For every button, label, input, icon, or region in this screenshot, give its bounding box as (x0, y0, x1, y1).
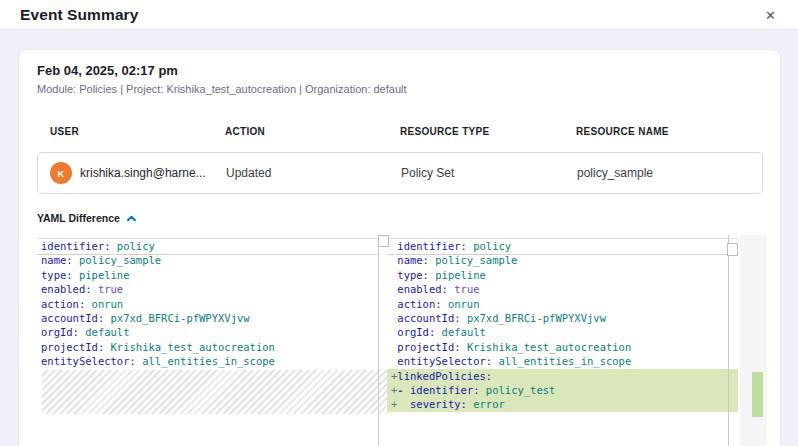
chevron-up-icon[interactable] (126, 214, 137, 223)
yaml-difference-toggle[interactable]: YAML Difference (37, 212, 137, 224)
diff-pane-modified: identifier: policy name: policy_sample t… (387, 235, 738, 446)
resource-name-value: policy_sample (577, 153, 653, 193)
table-row: K krishika.singh@harne... Updated Policy… (37, 152, 763, 194)
col-header-action: ACTION (225, 126, 265, 137)
diff-line: orgId: default (387, 325, 738, 339)
right-scrollbar-track-line (728, 235, 729, 446)
minimap-added-marker (752, 372, 763, 417)
diff-line: accountId: px7xd_BFRCi-pfWPYXVjvw (387, 311, 738, 325)
diff-line: action: onrun (37, 297, 378, 311)
event-timestamp: Feb 04, 2025, 02:17 pm (37, 63, 178, 78)
col-header-resource-type: RESOURCE TYPE (400, 126, 489, 137)
yaml-diff-viewer: identifier: policyname: policy_sampletyp… (37, 235, 767, 446)
right-scrollbar-thumb[interactable] (727, 243, 738, 256)
diff-pane-original: identifier: policyname: policy_sampletyp… (37, 235, 378, 446)
diff-line: +- identifier: policy_test (387, 383, 738, 397)
event-meta: Module: Policies | Project: Krishika_tes… (37, 83, 407, 95)
diff-empty-hatch-region (42, 370, 387, 414)
diff-line: orgId: default (37, 325, 378, 339)
close-icon[interactable]: ✕ (765, 8, 776, 21)
diff-line: accountId: px7xd_BFRCi-pfWPYXVjvw (37, 311, 378, 325)
col-header-user: USER (50, 126, 79, 137)
yaml-difference-label: YAML Difference (37, 212, 120, 224)
diff-line: entitySelector: all_entities_in_scope (387, 354, 738, 368)
left-scrollbar-thumb[interactable] (378, 235, 389, 247)
diff-line: identifier: policy (37, 239, 378, 253)
diff-line: + severity: error (387, 397, 738, 411)
col-header-resource-name: RESOURCE NAME (576, 126, 669, 137)
page-title: Event Summary (20, 6, 138, 24)
diff-line: identifier: policy (387, 239, 738, 253)
modal-header: Event Summary ✕ (0, 0, 798, 30)
diff-line: name: policy_sample (387, 253, 738, 267)
diff-line: entitySelector: all_entities_in_scope (37, 354, 378, 368)
diff-line: projectId: Krishika_test_autocreation (37, 340, 378, 354)
user-email: krishika.singh@harne... (80, 153, 206, 193)
diff-line: type: pipeline (37, 268, 378, 282)
diff-line: type: pipeline (387, 268, 738, 282)
diff-line: projectId: Krishika_test_autocreation (387, 340, 738, 354)
action-value: Updated (226, 153, 271, 193)
diff-pane-divider (378, 235, 379, 446)
diff-line: +linkedPolicies: (387, 369, 738, 383)
diff-line: action: onrun (387, 297, 738, 311)
diff-line: enabled: true (387, 282, 738, 296)
diff-minimap[interactable] (740, 235, 767, 446)
diff-left-lines: identifier: policyname: policy_sampletyp… (37, 239, 378, 369)
resource-type-value: Policy Set (401, 153, 454, 193)
diff-line: name: policy_sample (37, 253, 378, 267)
avatar: K (50, 162, 72, 184)
event-summary-card: Feb 04, 2025, 02:17 pm Module: Policies … (19, 50, 780, 446)
diff-line: enabled: true (37, 282, 378, 296)
diff-right-lines: identifier: policy name: policy_sample t… (387, 239, 738, 412)
